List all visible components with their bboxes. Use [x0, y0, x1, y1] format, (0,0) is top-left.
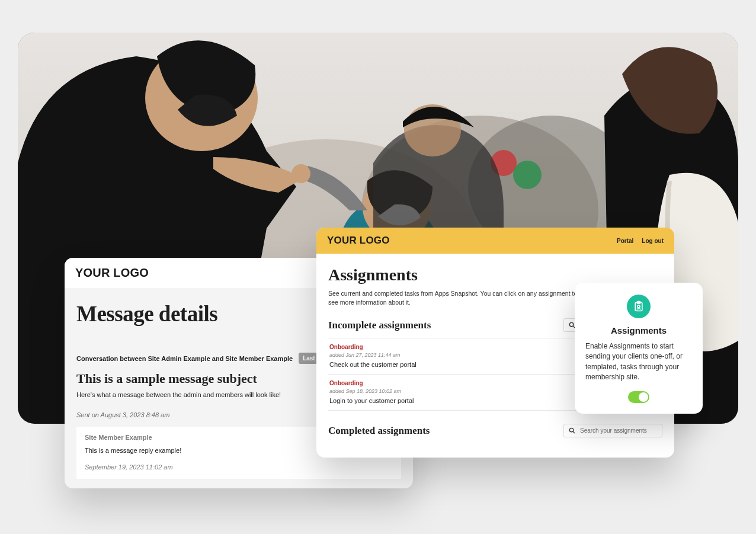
- incomplete-title: Incomplete assignments: [328, 319, 431, 331]
- nav-portal[interactable]: Portal: [617, 238, 633, 244]
- assignments-popover: Assignments Enable Assignments to start …: [575, 283, 703, 414]
- assignments-icon: [627, 295, 651, 318]
- logo: YOUR LOGO: [75, 266, 149, 280]
- svg-point-10: [569, 323, 573, 327]
- completed-title: Completed assignments: [328, 425, 430, 437]
- logo: YOUR LOGO: [327, 235, 390, 247]
- svg-point-8: [291, 164, 310, 183]
- conversation-label: Conversation between Site Admin Example …: [76, 355, 293, 362]
- assignments-heading: Assignments: [328, 266, 662, 284]
- nav-logout[interactable]: Log out: [642, 238, 664, 244]
- svg-point-12: [569, 429, 573, 432]
- svg-point-5: [513, 161, 542, 189]
- popover-body: Enable Assignments to start sending your…: [585, 341, 692, 383]
- svg-point-16: [638, 305, 640, 308]
- assignments-subtitle: See current and completed tasks from App…: [328, 289, 589, 306]
- svg-line-13: [573, 431, 575, 433]
- search-completed[interactable]: [563, 424, 662, 437]
- popover-title: Assignments: [585, 325, 692, 335]
- search-input[interactable]: [580, 427, 657, 434]
- reply-timestamp: September 19, 2023 11:02 am: [85, 463, 393, 471]
- svg-rect-15: [638, 302, 640, 303]
- enable-toggle[interactable]: [628, 391, 649, 403]
- assignments-card-topbar: YOUR LOGO Portal Log out: [316, 228, 674, 254]
- search-icon: [569, 427, 575, 434]
